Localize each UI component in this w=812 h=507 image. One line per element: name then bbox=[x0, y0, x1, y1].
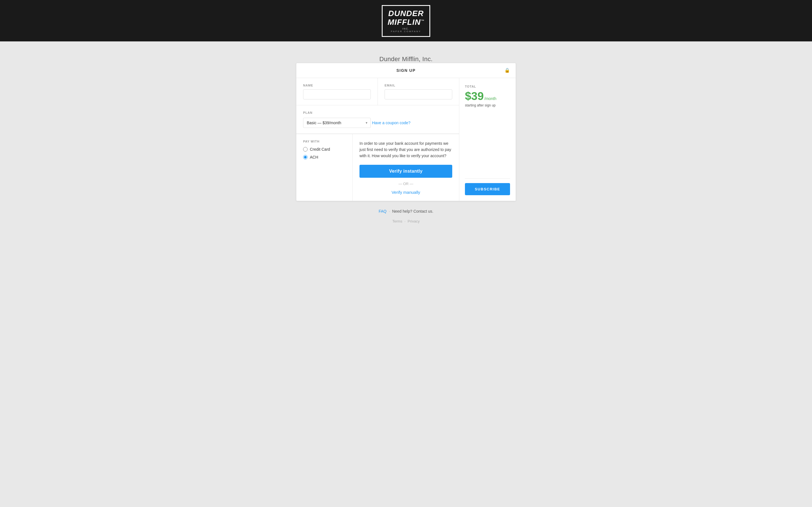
price-display: $39 /month bbox=[465, 91, 510, 102]
help-text: Need help? Contact us. bbox=[392, 209, 434, 214]
ach-option[interactable]: ACH bbox=[303, 155, 346, 159]
privacy-link[interactable]: Privacy bbox=[408, 219, 420, 223]
plan-section: PLAN Basic — $39/month Standard — $79/mo… bbox=[296, 105, 459, 134]
ach-label: ACH bbox=[310, 155, 318, 159]
price-amount: $39 bbox=[465, 91, 484, 102]
coupon-link[interactable]: Have a coupon code? bbox=[372, 121, 410, 125]
credit-card-option[interactable]: Credit Card bbox=[303, 147, 346, 152]
price-note: starting after sign up bbox=[465, 103, 510, 107]
pay-methods: PAY WITH Credit Card ACH bbox=[296, 134, 353, 201]
card-header: SIGN UP 🔒 bbox=[296, 63, 516, 78]
price-period: /month bbox=[485, 96, 497, 101]
verify-manually-link[interactable]: Verify manually bbox=[359, 190, 452, 194]
pay-section: PAY WITH Credit Card ACH In order to use… bbox=[296, 134, 459, 201]
name-group: NAME bbox=[296, 78, 377, 105]
logo-sub: PAPER COMPANY bbox=[388, 30, 424, 33]
faq-link[interactable]: FAQ bbox=[378, 209, 387, 214]
logo-title: DUNDERMIFFLIN™ bbox=[388, 9, 424, 27]
subscribe-button[interactable]: SUBSCRIBE bbox=[465, 183, 510, 195]
card-main: NAME EMAIL PLAN Basic — $39/month Stand bbox=[296, 78, 459, 201]
footer-help: FAQ · Need help? Contact us. bbox=[378, 209, 434, 214]
or-divider: — OR — bbox=[359, 182, 452, 186]
ach-radio[interactable] bbox=[303, 155, 308, 159]
credit-card-radio[interactable] bbox=[303, 147, 308, 152]
terms-link[interactable]: Terms bbox=[393, 219, 402, 223]
footer-terms: Terms · Privacy bbox=[393, 219, 420, 223]
card-body: NAME EMAIL PLAN Basic — $39/month Stand bbox=[296, 78, 516, 201]
ach-description: In order to use your bank account for pa… bbox=[359, 140, 452, 159]
card-title: SIGN UP bbox=[396, 68, 416, 73]
plan-label: PLAN bbox=[303, 111, 452, 114]
lock-icon: 🔒 bbox=[504, 68, 510, 73]
plan-select[interactable]: Basic — $39/month Standard — $79/month P… bbox=[303, 118, 371, 128]
credit-card-label: Credit Card bbox=[310, 147, 330, 152]
signup-card: SIGN UP 🔒 NAME EMAIL bbox=[296, 63, 516, 201]
name-email-section: NAME EMAIL bbox=[296, 78, 459, 105]
name-input[interactable] bbox=[303, 89, 371, 100]
pay-with-label: PAY WITH bbox=[303, 140, 346, 143]
verify-instantly-button[interactable]: Verify instantly bbox=[359, 165, 452, 178]
total-label: TOTAL bbox=[465, 85, 510, 88]
email-group: EMAIL bbox=[377, 78, 459, 105]
plan-select-wrapper: Basic — $39/month Standard — $79/month P… bbox=[303, 118, 371, 128]
email-label: EMAIL bbox=[385, 83, 452, 87]
top-bar: DUNDERMIFFLIN™ INC. PAPER COMPANY bbox=[0, 0, 812, 41]
page-content: Dunder Mifflin, Inc. SIGN UP 🔒 NAME EMAI… bbox=[0, 41, 812, 240]
company-name: Dunder Mifflin, Inc. bbox=[379, 55, 433, 63]
email-input[interactable] bbox=[385, 89, 452, 100]
logo: DUNDERMIFFLIN™ INC. PAPER COMPANY bbox=[382, 5, 430, 37]
ach-panel: In order to use your bank account for pa… bbox=[353, 134, 459, 201]
logo-inc: INC. bbox=[388, 27, 424, 30]
card-sidebar: TOTAL $39 /month starting after sign up … bbox=[459, 78, 516, 201]
name-label: NAME bbox=[303, 83, 371, 87]
